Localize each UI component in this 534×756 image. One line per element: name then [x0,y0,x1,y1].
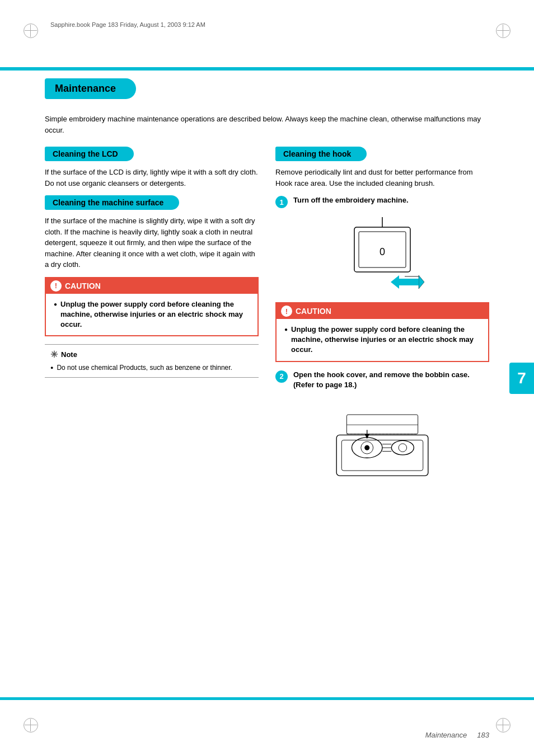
cleaning-lcd-section: Cleaning the LCD If the surface of the L… [45,147,259,189]
step-1-text: Turn off the embroidery machine. [293,195,409,205]
page-container: Sapphire.book Page 183 Friday, August 1,… [0,0,534,756]
maintenance-title: Maintenance [45,78,126,99]
caution-box-left: ! CAUTION Unplug the power supply cord b… [45,277,259,337]
left-column: Cleaning the LCD If the surface of the L… [45,147,259,495]
svg-rect-8 [341,440,423,471]
note-icon: ✳ [50,349,58,360]
caution-label-right: CAUTION [296,307,331,316]
svg-point-11 [364,445,369,450]
svg-point-12 [391,440,414,454]
bobbin-svg [326,398,438,487]
machine-off-diagram: 0 [275,216,489,294]
svg-text:0: 0 [380,246,385,257]
svg-marker-6 [391,275,399,289]
bobbin-diagram [275,398,489,487]
caution-icon-left: ! [50,280,62,292]
right-column: Cleaning the hook Remove periodically li… [275,147,489,495]
chapter-tab: 7 [509,363,534,394]
note-bullet: Do not use chemical Products, such as be… [50,363,253,373]
caution-text-left: Unplug the power supply cord before clea… [54,299,250,330]
note-label: Note [61,350,77,359]
svg-rect-17 [346,415,418,434]
machine-off-svg: 0 [338,216,427,294]
cleaning-surface-title: Cleaning the machine surface [45,195,171,210]
footer-text: Maintenance [425,731,467,739]
caution-icon-right: ! [281,306,292,317]
reg-mark-tr [496,24,510,38]
caution-box-right: ! CAUTION Unplug the power supply cord b… [275,302,489,362]
caution-header-right: ! CAUTION [277,303,488,319]
file-info: Sapphire.book Page 183 Friday, August 1,… [50,21,205,28]
caution-bullet-left: Unplug the power supply cord before clea… [54,299,250,330]
step-2-text: Open the hook cover, and remove the bobb… [293,370,489,390]
reg-mark-br [496,718,510,732]
note-text: Do not use chemical Products, such as be… [50,363,253,373]
cleaning-lcd-body: If the surface of the LCD is dirty, ligh… [45,167,259,189]
two-column-layout: Cleaning the LCD If the surface of the L… [45,147,489,495]
cleaning-surface-body: If the surface of the machine is slightl… [45,215,259,270]
maintenance-header-wrap: Maintenance [45,78,489,106]
footer-page: 183 [477,731,489,739]
bottom-decorative-line [0,697,534,700]
caution-bullet-right: Unplug the power supply cord before clea… [284,325,480,355]
caution-header-left: ! CAUTION [46,278,257,294]
svg-rect-7 [336,435,428,476]
cleaning-surface-section: Cleaning the machine surface If the surf… [45,195,259,378]
caution-text-right: Unplug the power supply cord before clea… [284,325,480,355]
cleaning-hook-section: Cleaning the hook Remove periodically li… [275,147,489,487]
note-box: ✳ Note Do not use chemical Products, suc… [45,344,259,378]
svg-point-13 [399,444,407,452]
caution-label-left: CAUTION [65,281,101,290]
cleaning-hook-title: Cleaning the hook [275,147,359,161]
maintenance-intro: Simple embroidery machine maintenance op… [45,114,489,135]
top-decorative-line [0,67,534,71]
step-1-num: 1 [275,196,288,208]
step-2-num: 2 [275,370,288,383]
step-1-item: 1 Turn off the embroidery machine. [275,195,489,208]
cleaning-lcd-title: Cleaning the LCD [45,147,126,161]
svg-rect-5 [399,279,419,285]
note-header: ✳ Note [50,349,253,360]
reg-mark-tl [24,24,38,38]
step-2-item: 2 Open the hook cover, and remove the bo… [275,370,489,390]
cleaning-hook-intro: Remove periodically lint and dust for be… [275,167,489,189]
page-footer: Maintenance 183 [425,731,489,739]
main-content: Maintenance Simple embroidery machine ma… [45,78,489,711]
reg-mark-bl [24,718,38,732]
